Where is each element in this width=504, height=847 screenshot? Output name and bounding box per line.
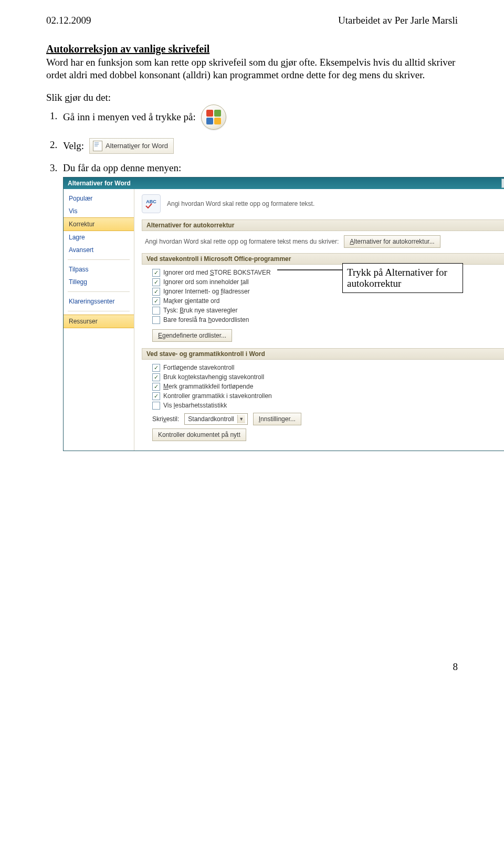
dialog-intro-text: Angi hvordan Word skal rette opp og form… — [167, 200, 314, 207]
page-number: 8 — [46, 661, 458, 673]
checkbox-row[interactable]: Bare foreslå fra hovedordlisten — [152, 316, 504, 324]
settings-button[interactable]: Innstillinger... — [253, 413, 301, 425]
checkbox-icon[interactable] — [152, 307, 160, 315]
custom-dictionaries-button[interactable]: Egendefinerte ordlister... — [152, 329, 232, 342]
sidebar-item-lagre[interactable]: Lagre — [64, 231, 134, 244]
chevron-down-icon: ▼ — [237, 415, 245, 423]
checkbox-label: Merk grammatikkfeil fortløpende — [163, 383, 253, 390]
document-icon — [93, 141, 102, 151]
checkbox-icon[interactable] — [152, 402, 160, 410]
page-title: Autokorreksjon av vanlige skrivefeil — [46, 43, 458, 55]
sec1-row-text: Angi hvordan Word skal rette opp og form… — [145, 238, 339, 245]
writing-style-label: Skrivestil: — [152, 415, 179, 423]
section-autokorrektur: Alternativer for autokorrektur — [142, 219, 504, 231]
checkbox-icon[interactable] — [152, 383, 160, 391]
recheck-button[interactable]: Kontroller dokumentet på nytt — [152, 428, 246, 441]
step-3-text: Du får da opp denne menyen: — [63, 162, 181, 173]
checkbox-row[interactable]: Kontroller grammatikk i stavekontrollen — [152, 392, 504, 400]
step-2-text: Velg: — [63, 140, 84, 152]
header-date: 02.12.2009 — [46, 15, 91, 26]
sidebar-item-tillegg[interactable]: Tillegg — [64, 276, 134, 288]
writing-style-select[interactable]: Standardkontroll ▼ — [184, 413, 247, 425]
checkbox-label: Bruk kontekstavhengig stavekontroll — [163, 373, 264, 381]
callout-arrow-line — [277, 269, 352, 270]
dialog-titlebar: Alternativer for Word ? × — [64, 177, 504, 189]
checkbox-icon[interactable] — [152, 288, 160, 296]
checkbox-icon[interactable] — [152, 364, 160, 372]
checkbox-label: Marker gjentatte ord — [163, 297, 219, 305]
sidebar-item-klarering[interactable]: Klareringssenter — [64, 295, 134, 308]
steps-heading: Slik gjør du det: — [46, 92, 458, 103]
sidebar-item-vis[interactable]: Vis — [64, 205, 134, 217]
checkbox-label: Bare foreslå fra hovedordlisten — [163, 316, 249, 323]
sidebar-item-ressurser[interactable]: Ressurser — [64, 315, 134, 328]
writing-style-value: Standardkontroll — [188, 415, 234, 423]
checkbox-icon[interactable] — [152, 373, 160, 381]
help-button[interactable]: ? — [501, 179, 504, 188]
checkbox-icon[interactable] — [152, 297, 160, 305]
checkbox-row[interactable]: Bruk kontekstavhengig stavekontroll — [152, 373, 504, 381]
checkbox-row[interactable]: Fortløpende stavekontroll — [152, 364, 504, 372]
checkbox-row[interactable]: Tysk: Bruk nye staveregler — [152, 307, 504, 315]
dialog-sidebar: Populær Vis Korrektur Lagre Avansert Til… — [64, 189, 134, 451]
checkbox-label: Kontroller grammatikk i stavekontrollen — [163, 392, 272, 400]
step-2: Velg: Alternativer for Word — [60, 138, 458, 154]
office-button-icon[interactable] — [201, 104, 226, 130]
word-options-button[interactable]: Alternativer for Word — [89, 138, 174, 154]
checkbox-icon[interactable] — [152, 316, 160, 324]
checkbox-row[interactable]: Marker gjentatte ord — [152, 297, 504, 305]
checkbox-icon[interactable] — [152, 392, 160, 400]
checkbox-label: Ignorer Internett- og filadresser — [163, 288, 250, 295]
dialog-main: ABC Angi hvordan Word skal rette opp og … — [134, 189, 504, 451]
sidebar-item-avansert[interactable]: Avansert — [64, 244, 134, 256]
word-options-dialog: Alternativer for Word ? × Populær Vis Ko… — [63, 177, 504, 451]
step-3: Du får da opp denne menyen: Alternativer… — [60, 162, 458, 451]
checkbox-label: Ignorer ord som inneholder tall — [163, 278, 249, 286]
checkbox-label: Vis lesbarhetsstatistikk — [163, 402, 227, 409]
step-1-text: Gå inn i menyen ved å trykke på: — [63, 111, 196, 123]
sidebar-item-tilpass[interactable]: Tilpass — [64, 263, 134, 276]
step-1: Gå inn i menyen ved å trykke på: — [60, 104, 458, 130]
dialog-title: Alternativer for Word — [68, 180, 131, 187]
sidebar-item-populaer[interactable]: Populær — [64, 192, 134, 205]
checkbox-label: Tysk: Bruk nye staveregler — [163, 307, 237, 314]
checkbox-icon[interactable] — [152, 278, 160, 286]
intro-paragraph: Word har en funksjon som kan rette opp s… — [46, 56, 458, 81]
sidebar-item-korrektur[interactable]: Korrektur — [64, 217, 134, 231]
word-options-label: Alternativer for Word — [106, 142, 168, 150]
checkbox-icon[interactable] — [152, 269, 160, 277]
checkbox-row[interactable]: Vis lesbarhetsstatistikk — [152, 402, 504, 410]
checkbox-row[interactable]: Merk grammatikkfeil fortløpende — [152, 383, 504, 391]
header-author: Utarbeidet av Per Jarle Marsli — [338, 15, 458, 26]
section-stavekontroll-word: Ved stave- og grammatikkontroll i Word — [142, 348, 504, 360]
abc-check-icon: ABC — [142, 194, 161, 213]
checkbox-label: Fortløpende stavekontroll — [163, 364, 234, 371]
checkbox-label: Ignorer ord med STORE BOKSTAVER — [163, 269, 271, 276]
autokorrektur-options-button[interactable]: Alternativer for autokorrektur... — [344, 235, 440, 248]
callout-box: Trykk på Alternativer for autokorrektur — [342, 263, 463, 294]
